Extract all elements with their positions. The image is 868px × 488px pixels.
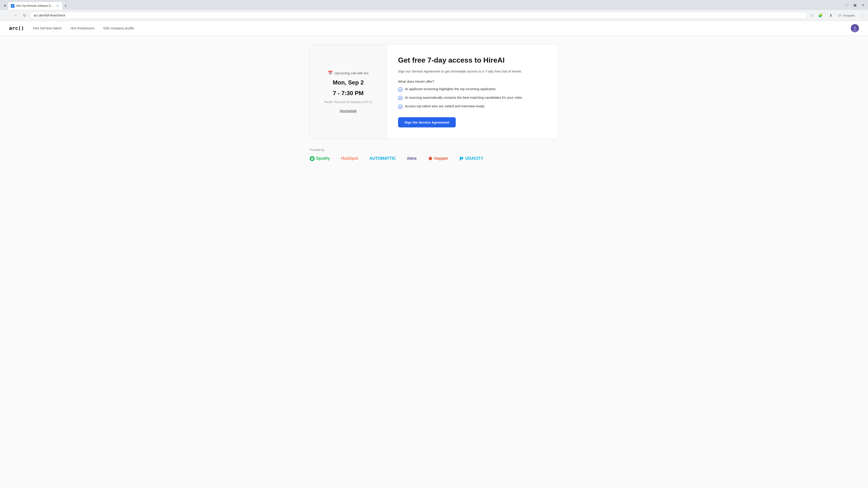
- svg-point-7: [398, 105, 402, 109]
- brand-spotify: Spotify: [310, 156, 330, 161]
- hireai-subtitle: Sign our Service Agreement to get immedi…: [398, 69, 547, 74]
- tab-switcher-button[interactable]: ▼: [2, 3, 8, 9]
- what-offers-label: What does HireAI offer?: [398, 79, 547, 84]
- svg-rect-8: [460, 157, 462, 160]
- incognito-label: Incognito: [843, 14, 855, 17]
- download-button[interactable]: ⬇: [828, 12, 834, 19]
- hims-label: hims: [407, 156, 416, 161]
- check-icon-1: [398, 87, 403, 93]
- brand-hims: hims: [407, 156, 416, 161]
- brand-udacity: UDACITY: [459, 156, 483, 161]
- feature-item-2: AI sourcing automatically contacts the b…: [398, 96, 547, 101]
- forward-button[interactable]: →: [12, 12, 19, 19]
- bookmark-button[interactable]: ☆: [809, 12, 815, 19]
- svg-point-6: [398, 96, 402, 100]
- main-card: 📅 Upcoming call with Arc Mon, Sep 2 7 - …: [310, 44, 558, 139]
- new-tab-button[interactable]: +: [62, 3, 69, 9]
- close-button[interactable]: ✕: [860, 2, 866, 8]
- spotify-icon: [310, 156, 315, 161]
- tab-favicon: A: [11, 4, 14, 8]
- automattic-label: AUTOMATTIC: [369, 156, 396, 161]
- back-button[interactable]: ←: [3, 12, 10, 19]
- call-timezone: Pacific Time (US & Canada) (UTC-7): [324, 100, 372, 104]
- tab-title: Hire Top Remote Software Dev...: [16, 4, 54, 7]
- sign-agreement-button[interactable]: Sign the Service Agreement: [398, 117, 456, 127]
- tab-close-button[interactable]: ✕: [56, 4, 60, 8]
- check-icon-2: [398, 96, 403, 101]
- upcoming-call-header: 📅 Upcoming call with Arc: [328, 70, 369, 75]
- reschedule-link[interactable]: Reschedule: [340, 109, 357, 113]
- udacity-label: UDACITY: [465, 156, 483, 161]
- restore-button[interactable]: ▣: [852, 2, 858, 8]
- features-list: AI applicant screening highlights the to…: [398, 87, 547, 110]
- upcoming-label: Upcoming call with Arc: [335, 71, 369, 75]
- calendar-icon: 📅: [328, 70, 333, 75]
- call-date: Mon, Sep 2: [333, 79, 364, 86]
- svg-point-1: [840, 15, 840, 16]
- nav-edit-company[interactable]: Edit company profile: [103, 26, 134, 30]
- toolbar-divider: [826, 13, 826, 18]
- browser-chrome: ▼ A Hire Top Remote Software Dev... ✕ + …: [0, 0, 868, 21]
- udacity-icon: [459, 156, 464, 161]
- site-logo[interactable]: arc(): [9, 25, 24, 31]
- url-text: arc.dev/full-time/check: [34, 13, 65, 17]
- trusted-section: Trusted by Spotify HubSpot AUTOMATTIC hi…: [310, 148, 558, 161]
- nav-hire-freelancers[interactable]: Hire freelancers: [70, 26, 94, 30]
- svg-point-3: [854, 26, 856, 29]
- address-bar[interactable]: arc.dev/full-time/check: [30, 12, 807, 19]
- feature-text-1: AI applicant screening highlights the to…: [405, 87, 496, 91]
- brand-hopper: hopper: [428, 156, 448, 161]
- hopper-icon: [428, 156, 433, 161]
- page-content: 📅 Upcoming call with Arc Mon, Sep 2 7 - …: [0, 35, 868, 488]
- hireai-title: Get free 7-day access to HireAI: [398, 56, 547, 64]
- spotify-label: Spotify: [316, 156, 330, 161]
- svg-point-5: [398, 88, 402, 92]
- feature-text-3: Access top talent who are vetted and int…: [405, 104, 485, 108]
- avatar-image: [851, 24, 859, 32]
- right-panel: Get free 7-day access to HireAI Sign our…: [387, 45, 558, 139]
- logos-row: Spotify HubSpot AUTOMATTIC hims hopper: [310, 156, 558, 161]
- check-icon-3: [398, 104, 403, 110]
- feature-text-2: AI sourcing automatically contacts the b…: [405, 96, 523, 99]
- window-controls: — ▣ ✕: [844, 2, 866, 10]
- hubspot-label: HubSpot: [341, 156, 358, 161]
- feature-item-1: AI applicant screening highlights the to…: [398, 87, 547, 93]
- extensions-button[interactable]: 🧩: [817, 12, 824, 19]
- incognito-indicator: Incognito: [836, 13, 857, 18]
- active-tab[interactable]: A Hire Top Remote Software Dev... ✕: [8, 2, 62, 10]
- hopper-label: hopper: [434, 156, 448, 161]
- feature-item-3: Access top talent who are vetted and int…: [398, 104, 547, 110]
- tab-bar: ▼ A Hire Top Remote Software Dev... ✕ + …: [0, 0, 868, 10]
- brand-automattic: AUTOMATTIC: [369, 156, 396, 161]
- nav-hire-fulltime[interactable]: Hire full-time talent: [33, 26, 61, 30]
- incognito-icon: [838, 13, 842, 17]
- call-time: 7 - 7:30 PM: [333, 90, 364, 97]
- more-options-button[interactable]: ⋮: [859, 12, 865, 19]
- brand-hubspot: HubSpot: [341, 156, 358, 161]
- left-panel: 📅 Upcoming call with Arc Mon, Sep 2 7 - …: [310, 45, 387, 139]
- browser-toolbar: ← → ↻ arc.dev/full-time/check ☆ 🧩 ⬇ Inco…: [0, 10, 868, 21]
- reload-button[interactable]: ↻: [21, 12, 28, 19]
- svg-point-0: [839, 15, 839, 16]
- nav-links: Hire full-time talent Hire freelancers E…: [33, 26, 842, 30]
- minimize-button[interactable]: —: [844, 2, 850, 8]
- avatar[interactable]: [851, 24, 859, 32]
- page-nav: arc() Hire full-time talent Hire freelan…: [0, 21, 868, 35]
- trusted-label: Trusted by: [310, 148, 558, 152]
